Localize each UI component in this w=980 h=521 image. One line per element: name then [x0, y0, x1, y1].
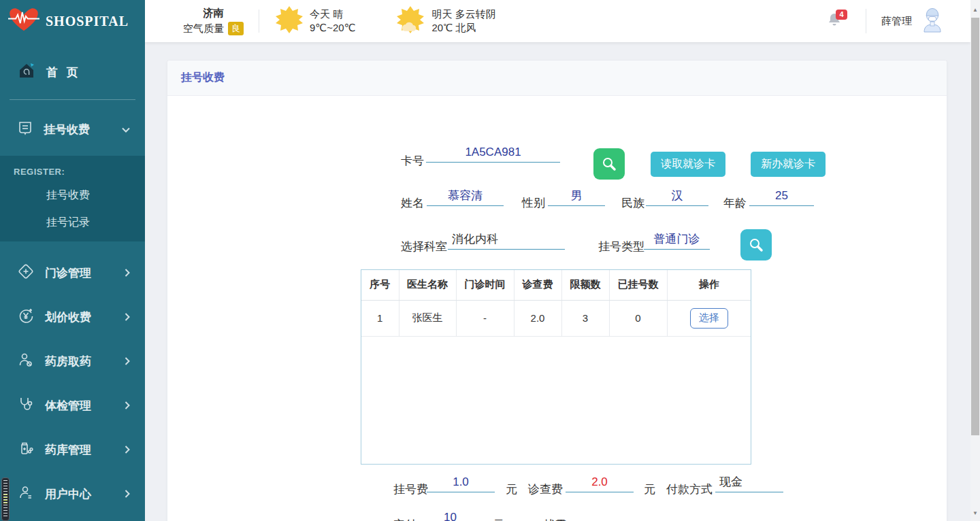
weather-city-block: 济南 空气质量 良: [183, 7, 244, 35]
pay-method-input[interactable]: 现金: [715, 472, 783, 492]
sidebar-item-home[interactable]: 首 页: [0, 57, 145, 87]
sidebar-item-clinic-label: 门诊管理: [45, 265, 91, 281]
paid-input[interactable]: 10: [418, 507, 483, 521]
app-title: SHOSPITAL: [46, 14, 129, 29]
exam-fee-label: 诊查费: [528, 482, 563, 497]
scroll-down-arrow[interactable]: ▼: [970, 509, 980, 518]
main-content: 挂号收费 卡号 1A5CA981 读取就诊卡 新办就诊卡 姓名 慕容清 性别 男…: [145, 42, 970, 521]
vertical-scrollbar[interactable]: ▲ ▼: [970, 0, 980, 521]
ethnic-label: 民族: [621, 195, 644, 211]
pricing-icon: [18, 307, 34, 327]
sidebar-item-drugstore[interactable]: 药库管理: [0, 428, 145, 472]
name-input[interactable]: 慕容清: [427, 186, 504, 206]
user-avatar[interactable]: [921, 7, 943, 35]
sidebar-item-user-center-label: 用户中心: [45, 486, 91, 502]
panel-title: 挂号收费: [181, 71, 225, 85]
pharmacy-icon: [18, 352, 34, 371]
weather-tomorrow-temp: 20℃ 北风: [431, 21, 495, 35]
cell-doctor: 张医生: [399, 300, 456, 336]
search-icon: [601, 156, 617, 172]
panel-header: 挂号收费: [167, 61, 947, 96]
department-input[interactable]: 消化内科: [448, 229, 565, 250]
submenu-header: REGISTER:: [0, 163, 145, 182]
weather-divider: [259, 10, 259, 33]
age-input[interactable]: 25: [749, 186, 814, 206]
chevron-right-icon: [125, 488, 130, 501]
sidebar-item-clinic[interactable]: 门诊管理: [0, 251, 145, 295]
change-label: 找零: [544, 517, 567, 521]
select-doctor-button[interactable]: 选择: [690, 308, 728, 329]
department-label: 选择科室: [401, 239, 447, 254]
registration-panel: 挂号收费 卡号 1A5CA981 读取就诊卡 新办就诊卡 姓名 慕容清 性别 男…: [167, 60, 947, 521]
cell-no: 1: [361, 300, 399, 336]
gender-input[interactable]: 男: [548, 186, 605, 206]
sidebar-item-pharmacy[interactable]: 药房取药: [0, 339, 145, 384]
scroll-up-arrow[interactable]: ▲: [970, 5, 980, 15]
card-search-button[interactable]: [593, 148, 625, 180]
submenu-item-register-fee[interactable]: 挂号收费: [0, 182, 145, 209]
table-header-row: 序号 医生名称 门诊时间 诊查费 限额数 已挂号数 操作: [361, 270, 751, 300]
reg-fee-input[interactable]: 1.0: [427, 472, 495, 492]
submenu-item-register-record[interactable]: 挂号记录: [0, 209, 145, 236]
air-quality-badge: 良: [228, 22, 244, 35]
weather-today-temp: 9℃~20℃: [310, 21, 355, 35]
cell-registered: 0: [609, 300, 667, 336]
doctor-search-button[interactable]: [740, 229, 772, 260]
weather-tomorrow-desc: 明天 多云转阴: [431, 7, 495, 21]
sidebar-item-drugstore-label: 药库管理: [45, 442, 91, 458]
exam-fee-unit: 元: [644, 482, 655, 497]
weather-tomorrow: 明天 多云转阴 20℃ 北风: [395, 5, 495, 37]
notifications-button[interactable]: 4: [828, 12, 841, 30]
chevron-right-icon: [125, 311, 130, 324]
user-name[interactable]: 薛管理: [881, 15, 912, 28]
chevron-right-icon: [125, 355, 130, 369]
checkup-icon: [18, 396, 34, 416]
sidebar-item-user-center[interactable]: 用户中心: [0, 472, 145, 516]
sidebar-nav-list: 门诊管理 划价收费: [0, 251, 145, 521]
table-row: 1 张医生 - 2.0 3 0 选择: [361, 300, 751, 336]
sidebar-item-register[interactable]: 挂号收费: [0, 114, 145, 145]
minimized-widget[interactable]: [1, 477, 10, 521]
sidebar-item-register-label: 挂号收费: [44, 122, 90, 137]
scrollbar-thumb[interactable]: [971, 18, 979, 435]
cell-fee: 2.0: [514, 300, 561, 336]
doctor-table: 序号 医生名称 门诊时间 诊查费 限额数 已挂号数 操作 1 张医生: [361, 269, 751, 465]
age-label: 年龄: [723, 195, 747, 211]
sidebar-item-checkup[interactable]: 体检管理: [0, 384, 145, 428]
app-logo: SHOSPITAL: [0, 0, 145, 42]
col-fee: 诊查费: [514, 270, 561, 300]
cell-quota: 3: [561, 300, 609, 336]
card-number-input[interactable]: 1A5CA981: [426, 142, 560, 163]
pay-method-label: 付款方式: [666, 482, 713, 497]
register-submenu: REGISTER: 挂号收费 挂号记录: [0, 156, 145, 241]
sidebar-divider: [10, 99, 135, 100]
weather-today-desc: 今天 晴: [310, 7, 355, 21]
regtype-input[interactable]: 普通门诊: [644, 229, 710, 250]
chevron-right-icon: [125, 443, 130, 457]
topbar: 济南 空气质量 良 今天 晴 9℃~20℃: [145, 0, 970, 42]
col-time: 门诊时间: [456, 270, 514, 300]
search-icon: [748, 237, 764, 253]
heart-ecg-icon: [8, 6, 39, 36]
chevron-right-icon: [125, 267, 130, 280]
new-card-button[interactable]: 新办就诊卡: [751, 152, 826, 177]
drugstore-icon: [18, 440, 34, 460]
read-card-button[interactable]: 读取就诊卡: [651, 152, 725, 177]
topbar-right: 4 薛管理: [828, 7, 943, 35]
sidebar-item-system[interactable]: 系统维护: [0, 516, 145, 521]
paid-unit: 元: [493, 517, 504, 521]
col-quota: 限额数: [561, 270, 609, 300]
exam-fee-input[interactable]: 2.0: [566, 472, 634, 492]
ethnic-input[interactable]: 汉: [646, 186, 708, 206]
regtype-label: 挂号类型: [598, 239, 644, 254]
col-no: 序号: [361, 270, 399, 300]
col-registered: 已挂号数: [609, 270, 667, 300]
user-center-icon: [18, 484, 34, 504]
registration-card-icon: [18, 120, 33, 139]
weather-today: 今天 晴 9℃~20℃: [274, 5, 355, 37]
sun-icon: [274, 5, 304, 37]
sidebar-item-pricing[interactable]: 划价收费: [0, 295, 145, 339]
gender-label: 性别: [522, 195, 545, 211]
weather-bar: 济南 空气质量 良 今天 晴 9℃~20℃: [183, 5, 496, 37]
col-action: 操作: [667, 270, 751, 300]
